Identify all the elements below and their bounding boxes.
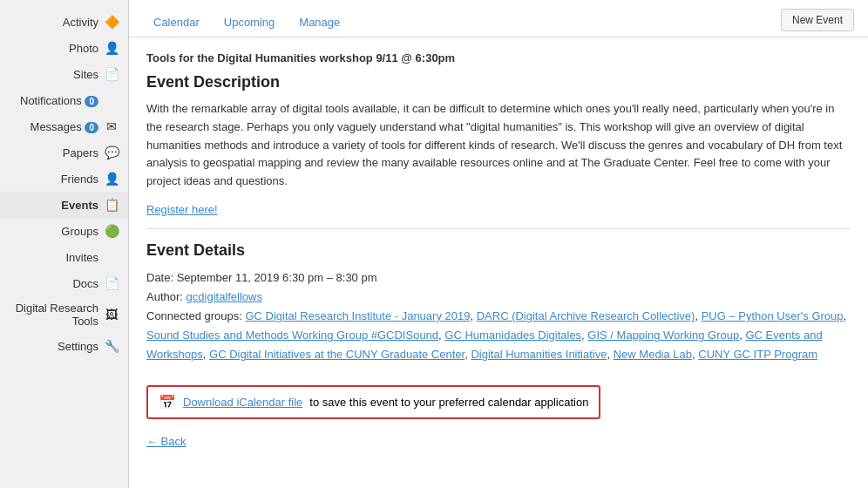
- ical-suffix: to save this event to your preferred cal…: [309, 396, 588, 409]
- activity-icon: 🔶: [104, 14, 119, 30]
- new-event-button[interactable]: New Event: [781, 9, 854, 31]
- sidebar-label: Activity: [5, 16, 98, 29]
- sidebar-item-groups[interactable]: Groups🟢: [0, 218, 128, 244]
- tab-manage[interactable]: Manage: [288, 10, 350, 36]
- ical-download-box: 📅 Download iCalendar file to save this e…: [146, 385, 600, 419]
- group-link[interactable]: PUG – Python User's Group: [702, 309, 844, 322]
- sidebar-item-invites[interactable]: Invites: [0, 244, 128, 270]
- sidebar-label: Friends: [5, 173, 98, 186]
- date-line: Date: September 11, 2019 6:30 pm – 8:30 …: [146, 268, 851, 288]
- author-link[interactable]: gcdigitalfellows: [186, 290, 262, 303]
- sidebar-label: Notifications 0: [5, 94, 98, 107]
- sidebar-item-photo[interactable]: Photo👤: [0, 35, 128, 61]
- sidebar-label: Settings: [5, 340, 98, 353]
- sidebar-item-friends[interactable]: Friends👤: [0, 166, 128, 192]
- sidebar-item-activity[interactable]: Activity🔶: [0, 9, 128, 35]
- sidebar-item-digital-research-tools[interactable]: Digital Research Tools🖼: [0, 296, 128, 333]
- friends-icon: 👤: [104, 171, 119, 186]
- notifications-icon: [104, 92, 119, 108]
- event-details-section: Event Details Date: September 11, 2019 6…: [146, 241, 851, 364]
- digital-research-icon: 🖼: [104, 307, 119, 322]
- events-icon: 📋: [104, 197, 119, 213]
- sidebar-label: Messages 0: [5, 120, 98, 133]
- sidebar-item-notifications[interactable]: Notifications 0: [0, 87, 128, 113]
- date-label: Date:: [146, 271, 173, 284]
- groups-icon: 🟢: [104, 223, 119, 239]
- connected-groups-label: Connected groups:: [146, 309, 242, 322]
- sidebar-item-settings[interactable]: Settings🔧: [0, 333, 128, 359]
- divider: [146, 228, 851, 229]
- main-content: CalendarUpcomingManage New Event Tools f…: [129, 0, 868, 488]
- group-link[interactable]: Digital Humanities Initiative: [471, 348, 607, 361]
- group-link[interactable]: CUNY GC ITP Program: [698, 348, 817, 361]
- sidebar-label: Docs: [5, 277, 98, 290]
- sidebar-item-docs[interactable]: Docs📄: [0, 270, 128, 296]
- register-link[interactable]: Register here!: [146, 203, 218, 216]
- groups-container: GC Digital Research Institute - January …: [146, 309, 846, 361]
- group-link[interactable]: GC Digital Initiatives at the CUNY Gradu…: [209, 348, 465, 361]
- group-link[interactable]: GC Humanidades Digitales: [444, 329, 581, 342]
- ical-link[interactable]: Download iCalendar file: [183, 396, 302, 409]
- sites-icon: 📄: [104, 66, 119, 82]
- content-area: Tools for the Digital Humanities worksho…: [129, 37, 868, 488]
- invites-icon: [104, 249, 119, 265]
- group-link[interactable]: New Media Lab: [614, 348, 692, 361]
- sidebar-item-messages[interactable]: Messages 0✉: [0, 113, 128, 139]
- sidebar-label: Events: [5, 199, 98, 212]
- group-link[interactable]: GIS / Mapping Working Group: [587, 329, 739, 342]
- group-link[interactable]: GC Digital Research Institute - January …: [245, 309, 470, 322]
- sidebar-item-papers[interactable]: Papers💬: [0, 139, 128, 166]
- description-title: Event Description: [146, 73, 851, 92]
- tab-upcoming[interactable]: Upcoming: [214, 10, 286, 36]
- calendar-icon: 📅: [159, 394, 176, 410]
- tab-calendar[interactable]: Calendar: [143, 10, 210, 36]
- event-description: With the remarkable array of digital too…: [146, 100, 851, 191]
- photo-icon: 👤: [104, 40, 119, 56]
- author-line: Author: gcdigitalfellows: [146, 288, 851, 307]
- author-label: Author:: [146, 290, 183, 303]
- sidebar-label: Invites: [5, 251, 98, 264]
- date-value: September 11, 2019 6:30 pm – 8:30 pm: [177, 271, 377, 284]
- papers-icon: 💬: [104, 145, 119, 160]
- settings-icon: 🔧: [104, 338, 119, 354]
- event-subtitle: Tools for the Digital Humanities worksho…: [146, 51, 851, 64]
- sidebar-label: Digital Research Tools: [5, 302, 98, 328]
- tab-bar: CalendarUpcomingManage New Event: [129, 0, 868, 37]
- sidebar-label: Sites: [5, 68, 98, 81]
- sidebar-label: Groups: [5, 225, 98, 238]
- group-link[interactable]: Sound Studies and Methods Working Group …: [146, 329, 438, 342]
- sidebar-item-sites[interactable]: Sites📄: [0, 61, 128, 87]
- docs-icon: 📄: [104, 275, 119, 291]
- sidebar: Activity🔶Photo👤Sites📄Notifications 0Mess…: [0, 0, 129, 488]
- notification-badge: 0: [85, 122, 98, 133]
- sidebar-label: Photo: [5, 42, 98, 55]
- details-title: Event Details: [146, 241, 851, 260]
- back-link[interactable]: ← Back: [146, 435, 186, 448]
- group-link[interactable]: DARC (Digital Archive Research Collectiv…: [477, 309, 695, 322]
- connected-groups-line: Connected groups: GC Digital Research In…: [146, 307, 851, 364]
- notification-badge: 0: [85, 96, 98, 107]
- sidebar-item-events[interactable]: Events📋: [0, 192, 128, 218]
- messages-icon: ✉: [104, 119, 119, 134]
- sidebar-label: Papers: [5, 146, 98, 159]
